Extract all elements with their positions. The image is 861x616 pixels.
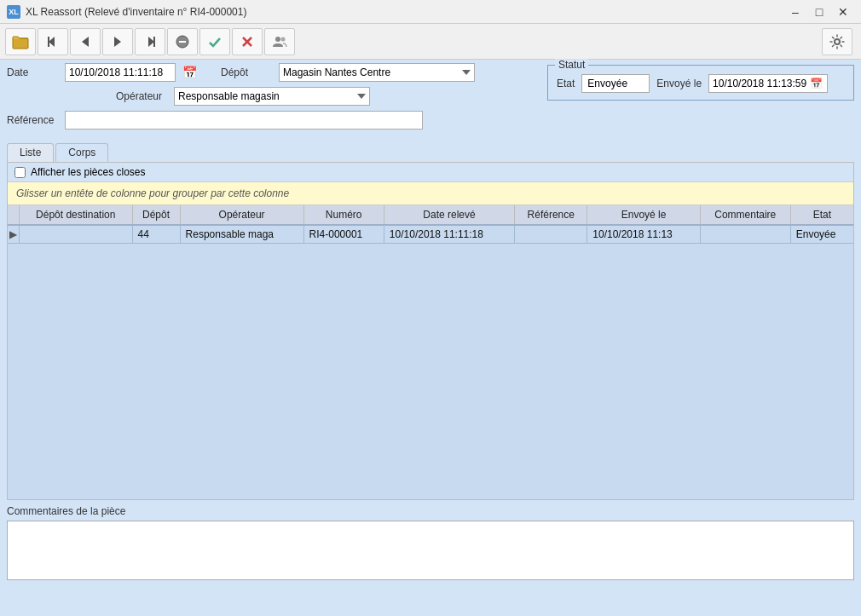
date-input[interactable]: [65, 63, 176, 82]
table-container: Dépôt destination Dépôt Opérateur Numéro…: [8, 205, 853, 499]
next-btn[interactable]: [102, 28, 133, 55]
show-closed-label: Afficher les pièces closes: [31, 166, 146, 178]
envoye-le-label: Envoyé le: [656, 78, 702, 89]
window-title: XL Reassort (Relevé d'inventaire n° RI4-…: [26, 6, 246, 18]
date-row: Date 📅 Dépôt Magasin Nantes Centre: [7, 63, 539, 82]
col-numero[interactable]: Numéro: [303, 205, 384, 225]
cell-etat: Envoyée: [790, 225, 853, 244]
back-btn[interactable]: [38, 28, 68, 55]
reference-row: Référence: [7, 111, 539, 130]
list-empty-area: [8, 244, 853, 499]
title-bar: XL XL Reassort (Relevé d'inventaire n° R…: [0, 0, 861, 24]
envoye-le-value: 10/10/2018 11:13:59 📅: [708, 74, 828, 93]
cell-envoye-le: 10/10/2018 11:13: [587, 225, 701, 244]
col-envoye-le[interactable]: Envoyé le: [587, 205, 701, 225]
cell-depot: 44: [132, 225, 180, 244]
tabs-area: Liste Corps: [0, 140, 861, 162]
svg-rect-2: [48, 37, 49, 47]
depot-label: Dépôt: [221, 66, 272, 78]
comments-label: Commentaires de la pièce: [7, 505, 854, 517]
last-btn[interactable]: [135, 28, 165, 55]
prev-btn[interactable]: [70, 28, 101, 55]
data-table: Dépôt destination Dépôt Opérateur Numéro…: [8, 205, 853, 244]
toolbar: [0, 24, 861, 60]
col-arrow: [8, 205, 20, 225]
svg-point-13: [835, 39, 840, 44]
svg-point-11: [275, 37, 280, 42]
svg-marker-5: [148, 37, 154, 47]
svg-rect-6: [153, 37, 155, 47]
row-arrow: ▶: [8, 225, 20, 244]
col-reference[interactable]: Référence: [515, 205, 587, 225]
operateur-row: Opérateur Responsable magasin: [7, 87, 539, 106]
open-folder-btn[interactable]: [5, 28, 36, 55]
comments-area: Commentaires de la pièce: [7, 505, 854, 583]
comments-textarea[interactable]: [7, 521, 854, 580]
minimize-button[interactable]: –: [784, 3, 806, 21]
form-area: Date 📅 Dépôt Magasin Nantes Centre Opéra…: [0, 60, 861, 140]
table-row[interactable]: ▶ 44 Responsable maga RI4-000001 10/10/2…: [8, 225, 853, 244]
col-depot[interactable]: Dépôt: [132, 205, 180, 225]
show-closed-checkbox[interactable]: [14, 167, 26, 178]
col-depot-destination[interactable]: Dépôt destination: [20, 205, 133, 225]
cell-date-releve: 10/10/2018 11:11:18: [384, 225, 514, 244]
svg-point-12: [281, 37, 286, 41]
col-date-releve[interactable]: Date relevé: [384, 205, 514, 225]
svg-marker-1: [49, 37, 55, 47]
svg-marker-4: [114, 37, 121, 47]
table-header-row: Dépôt destination Dépôt Opérateur Numéro…: [8, 205, 853, 225]
operateur-label: Opérateur: [116, 90, 167, 102]
svg-rect-0: [13, 38, 28, 49]
reference-label: Référence: [7, 114, 58, 126]
app-icon: XL: [7, 5, 20, 19]
tab-list: Liste Corps: [7, 143, 854, 162]
table-body: ▶ 44 Responsable maga RI4-000001 10/10/2…: [8, 225, 853, 244]
envoye-le-picker-icon[interactable]: 📅: [810, 78, 823, 89]
show-closed-row: Afficher les pièces closes: [8, 163, 853, 182]
col-etat[interactable]: Etat: [790, 205, 853, 225]
close-button[interactable]: ✕: [832, 3, 854, 21]
cancel-btn[interactable]: [232, 28, 263, 55]
list-content: Afficher les pièces closes Glisser un en…: [7, 162, 854, 500]
toolbar-left: [5, 28, 295, 55]
col-commentaire[interactable]: Commentaire: [700, 205, 790, 225]
window-controls: – □ ✕: [784, 3, 854, 21]
cell-numero: RI4-000001: [303, 225, 384, 244]
statut-row: Etat Envoyée Envoyé le 10/10/2018 11:13:…: [557, 74, 845, 93]
statut-box: Statut Etat Envoyée Envoyé le 10/10/2018…: [547, 65, 854, 101]
depot-select[interactable]: Magasin Nantes Centre: [279, 63, 475, 82]
maximize-button[interactable]: □: [808, 3, 830, 21]
etat-value: Envoyée: [581, 74, 650, 93]
cell-reference: [515, 225, 587, 244]
validate-btn[interactable]: [199, 28, 230, 55]
group-header: Glisser un entête de colonne pour groupe…: [8, 182, 853, 205]
delete-btn[interactable]: [167, 28, 198, 55]
svg-marker-3: [82, 37, 89, 47]
statut-legend: Statut: [555, 59, 588, 71]
settings-btn[interactable]: [822, 28, 852, 55]
date-picker-icon[interactable]: 📅: [182, 66, 197, 79]
tab-corps[interactable]: Corps: [55, 143, 108, 162]
form-left: Date 📅 Dépôt Magasin Nantes Centre Opéra…: [7, 63, 539, 135]
operateur-select[interactable]: Responsable magasin: [174, 87, 370, 106]
cell-depot-destination: [20, 225, 133, 244]
etat-label: Etat: [557, 78, 575, 89]
reference-input[interactable]: [65, 111, 423, 130]
cell-commentaire: [700, 225, 790, 244]
tab-liste[interactable]: Liste: [7, 143, 54, 162]
users-btn[interactable]: [264, 28, 295, 55]
date-label: Date: [7, 66, 58, 78]
col-operateur[interactable]: Opérateur: [180, 205, 303, 225]
cell-operateur: Responsable maga: [180, 225, 303, 244]
